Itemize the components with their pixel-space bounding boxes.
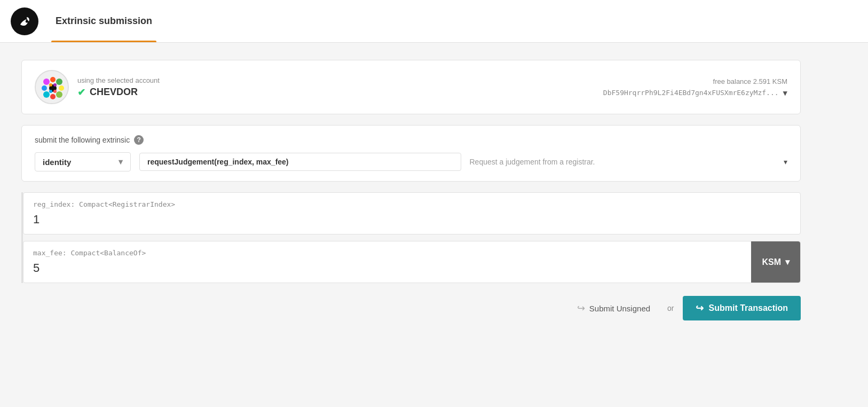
account-name-text: CHEVDOR bbox=[90, 87, 138, 98]
module-dropdown-arrow: ▾ bbox=[119, 157, 123, 167]
method-selector[interactable]: requestJudgement(reg_index, max_fee) bbox=[139, 153, 461, 171]
submit-arrow-icon: ↪ bbox=[696, 302, 704, 314]
address-row[interactable]: DbF59HrqrrPh9L2Fi4EBd7gn4xFUSXmrE6zyMzf.… bbox=[603, 89, 787, 97]
params-area: reg_index: Compact<RegistrarIndex> 1 max… bbox=[21, 192, 801, 283]
extrinsic-label: submit the following extrinsic ? bbox=[35, 135, 787, 145]
module-label: identity bbox=[43, 158, 71, 167]
method-description: Request a judgement from a registrar. bbox=[470, 158, 776, 166]
address-dropdown-arrow[interactable]: ▼ bbox=[783, 89, 787, 97]
logo-circle bbox=[11, 7, 38, 35]
main-content: using the selected account ✔ CHEVDOR fre… bbox=[0, 43, 822, 338]
tab-extrinsic-submission[interactable]: Extrinsic submission bbox=[51, 0, 156, 42]
param-reg-index-value[interactable]: 1 bbox=[33, 213, 791, 226]
submit-label: Submit Transaction bbox=[709, 303, 788, 313]
submit-unsigned-button[interactable]: ↪ Submit Unsigned bbox=[569, 297, 659, 319]
logo-area bbox=[11, 0, 38, 42]
param-max-fee-type: max_fee: Compact<BalanceOf> bbox=[33, 249, 791, 257]
ksm-currency-button[interactable]: KSM ▾ bbox=[751, 241, 800, 283]
param-reg-index-type: reg_index: Compact<RegistrarIndex> bbox=[33, 200, 791, 208]
svg-point-9 bbox=[56, 91, 62, 98]
param-max-fee-value[interactable]: 5 bbox=[33, 261, 791, 275]
svg-point-10 bbox=[49, 83, 52, 87]
wallet-address: DbF59HrqrrPh9L2Fi4EBd7gn4xFUSXmrE6zyMzf.… bbox=[603, 89, 779, 97]
svg-point-13 bbox=[53, 90, 57, 93]
svg-point-12 bbox=[49, 90, 52, 93]
ksm-label: KSM bbox=[762, 257, 781, 267]
param-max-fee: max_fee: Compact<BalanceOf> 5 KSM ▾ bbox=[23, 241, 801, 283]
param-reg-index: reg_index: Compact<RegistrarIndex> 1 bbox=[23, 192, 801, 234]
svg-point-7 bbox=[43, 91, 50, 98]
method-dropdown-arrow[interactable]: ▾ bbox=[784, 158, 787, 166]
unsigned-label: Submit Unsigned bbox=[589, 304, 650, 313]
svg-point-11 bbox=[53, 83, 57, 87]
svg-point-6 bbox=[59, 85, 64, 91]
tab-label: Extrinsic submission bbox=[56, 15, 152, 27]
unsigned-arrow-icon: ↪ bbox=[577, 302, 585, 314]
avatar bbox=[35, 70, 69, 104]
account-info: using the selected account ✔ CHEVDOR bbox=[77, 76, 603, 98]
extrinsic-selectors: identity ▾ requestJudgement(reg_index, m… bbox=[35, 152, 787, 171]
bird-icon bbox=[16, 13, 33, 30]
avatar-icon bbox=[36, 71, 69, 104]
submit-transaction-button[interactable]: ↪ Submit Transaction bbox=[683, 296, 801, 320]
method-label: requestJudgement(reg_index, max_fee) bbox=[147, 158, 289, 166]
verified-icon: ✔ bbox=[77, 87, 85, 98]
help-icon[interactable]: ? bbox=[134, 135, 144, 145]
ksm-arrow: ▾ bbox=[785, 257, 790, 267]
actions-row: ↪ Submit Unsigned or ↪ Submit Transactio… bbox=[21, 296, 801, 320]
account-name: ✔ CHEVDOR bbox=[77, 87, 603, 98]
header: Extrinsic submission bbox=[0, 0, 868, 43]
or-separator: or bbox=[667, 304, 674, 312]
module-selector[interactable]: identity ▾ bbox=[35, 152, 131, 171]
balance-area: free balance 2.591 KSM DbF59HrqrrPh9L2Fi… bbox=[603, 77, 787, 97]
account-card: using the selected account ✔ CHEVDOR fre… bbox=[21, 60, 801, 114]
svg-point-8 bbox=[50, 94, 56, 99]
svg-point-1 bbox=[43, 79, 50, 85]
svg-point-2 bbox=[50, 77, 56, 82]
svg-point-3 bbox=[56, 79, 62, 85]
extrinsic-card: submit the following extrinsic ? identit… bbox=[21, 125, 801, 182]
balance-label: free balance 2.591 KSM bbox=[603, 77, 787, 85]
tab-area: Extrinsic submission bbox=[51, 0, 156, 42]
svg-point-4 bbox=[42, 85, 47, 91]
account-label: using the selected account bbox=[77, 76, 603, 84]
